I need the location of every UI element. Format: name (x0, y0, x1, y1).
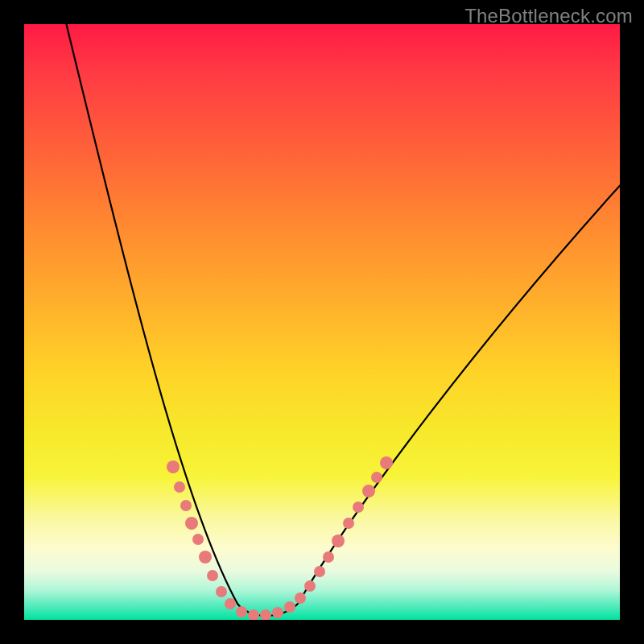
marker-dot (180, 500, 192, 511)
marker-dot (207, 570, 218, 581)
plot-area (24, 24, 620, 620)
marker-dot (216, 586, 227, 597)
marker-dot (260, 609, 271, 620)
marker-dot (225, 598, 236, 609)
marker-dot (323, 551, 334, 563)
marker-dot (174, 481, 185, 493)
marker-dot (199, 551, 212, 564)
marker-dot (353, 502, 364, 513)
marker-group (167, 456, 393, 620)
marker-dot (167, 460, 180, 473)
marker-dot (272, 607, 283, 618)
marker-dot (314, 566, 325, 577)
bottleneck-curve (64, 24, 620, 616)
marker-dot (248, 609, 259, 620)
marker-dot (185, 517, 198, 530)
marker-dot (362, 485, 375, 497)
chart-frame: TheBottleneck.com (0, 0, 644, 644)
marker-dot (192, 534, 204, 545)
marker-dot (380, 456, 393, 469)
marker-dot (343, 518, 354, 529)
marker-dot (332, 535, 345, 547)
marker-dot (236, 606, 247, 617)
marker-dot (304, 580, 316, 592)
marker-dot (295, 592, 306, 604)
marker-dot (371, 472, 382, 483)
curve-layer (24, 24, 620, 620)
watermark-label: TheBottleneck.com (464, 5, 633, 27)
marker-dot (284, 601, 295, 613)
